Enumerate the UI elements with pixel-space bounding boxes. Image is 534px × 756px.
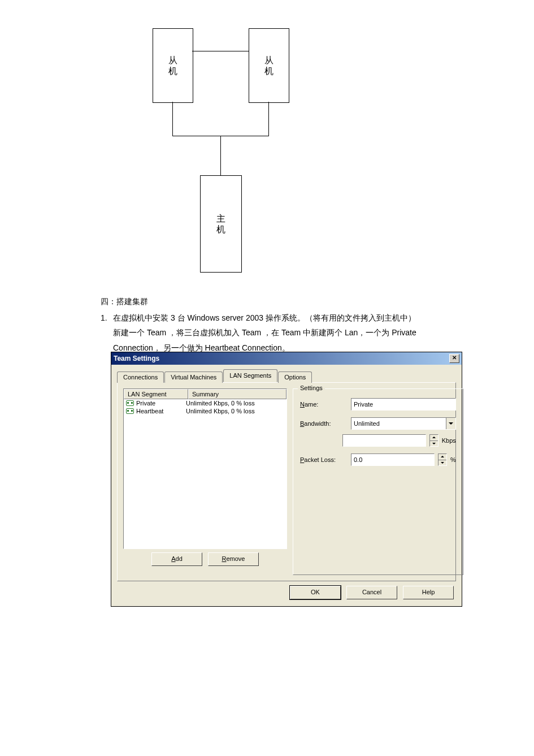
segment-name: Heartbeat [136, 408, 163, 414]
name-input[interactable] [351, 398, 456, 411]
packet-loss-label: Packet Loss: [300, 456, 351, 463]
connector-line [172, 102, 173, 136]
master-label: 主 机 [216, 213, 225, 235]
spinner-down-icon[interactable] [439, 460, 446, 466]
groupbox-legend: Settings [298, 385, 325, 391]
column-header-summary[interactable]: Summary [188, 389, 286, 399]
lan-segment-icon [126, 408, 134, 414]
settings-groupbox: Settings Name: Bandwidth: Unlimite [293, 388, 463, 575]
spinner-up-icon[interactable] [430, 435, 438, 441]
segment-summary: Unlimited Kbps, 0 % loss [183, 408, 286, 414]
chevron-down-icon [446, 418, 455, 429]
tab-options[interactable]: Options [278, 371, 312, 383]
bandwidth-spinner[interactable] [429, 434, 439, 447]
list-number: 1. [101, 310, 113, 326]
connector-line [192, 51, 249, 51]
tab-pane-lan-segments: LAN Segment Summary Private Unlimited Kb… [117, 382, 456, 581]
paragraph-line: 新建一个 Team ，将三台虚拟机加入 Team ，在 Team 中新建两个 L… [101, 325, 445, 340]
close-button[interactable]: ✕ [449, 354, 459, 363]
list-header: LAN Segment Summary [124, 389, 286, 399]
spinner-up-icon[interactable] [439, 454, 446, 460]
slave-box-left: 从 机 [153, 28, 193, 103]
slave-box-right: 从 机 [249, 28, 289, 103]
spinner-down-icon[interactable] [430, 441, 438, 447]
cancel-button[interactable]: Cancel [346, 586, 397, 599]
tab-connections[interactable]: Connections [117, 371, 164, 383]
paragraph-line: 在虚拟机中安装 3 台 Windows server 2003 操作系统。（将有… [113, 313, 416, 322]
dialog-title: Team Settings [114, 355, 159, 362]
packet-loss-spinner[interactable] [438, 453, 447, 466]
connector-line [268, 102, 269, 136]
connector-line [220, 136, 221, 175]
lan-segment-icon [126, 400, 134, 406]
tab-virtual-machines[interactable]: Virtual Machines [164, 371, 223, 383]
bandwidth-label: Bandwidth: [300, 420, 351, 427]
bandwidth-combo[interactable]: Unlimited [351, 417, 456, 430]
slave-label: 从 机 [168, 55, 177, 76]
tab-bar: Connections Virtual Machines LAN Segment… [117, 369, 456, 382]
master-box: 主 机 [200, 175, 242, 273]
lan-segment-list[interactable]: LAN Segment Summary Private Unlimited Kb… [123, 388, 287, 549]
dialog-button-row: OK Cancel Help [117, 581, 456, 601]
list-item[interactable]: Heartbeat Unlimited Kbps, 0 % loss [124, 407, 286, 415]
segment-summary: Unlimited Kbps, 0 % loss [183, 400, 286, 407]
remove-button[interactable]: Remove [208, 552, 259, 566]
packet-loss-input[interactable] [351, 453, 435, 466]
packet-loss-unit: % [450, 456, 456, 463]
bandwidth-unit: Kbps [442, 437, 456, 444]
bandwidth-value: Unlimited [354, 420, 380, 427]
close-icon: ✕ [452, 355, 457, 361]
segment-name: Private [136, 400, 155, 407]
section-header: 四：搭建集群 [101, 294, 445, 309]
bandwidth-number-input[interactable] [342, 434, 426, 447]
tab-lan-segments[interactable]: LAN Segments [223, 369, 277, 382]
titlebar: Team Settings ✕ [111, 352, 462, 365]
ok-button[interactable]: OK [290, 586, 341, 599]
name-label: Name: [300, 401, 351, 408]
help-button[interactable]: Help [403, 586, 454, 599]
team-settings-dialog: Team Settings ✕ Connections Virtual Mach… [111, 352, 462, 607]
slave-label: 从 机 [264, 55, 273, 76]
document-body: 四：搭建集群 1.在虚拟机中安装 3 台 Windows server 2003… [101, 294, 445, 355]
topology-diagram: 从 机 从 机 主 机 [153, 28, 299, 283]
column-header-segment[interactable]: LAN Segment [124, 389, 188, 399]
list-item[interactable]: Private Unlimited Kbps, 0 % loss [124, 399, 286, 407]
add-button[interactable]: Add [151, 552, 202, 566]
